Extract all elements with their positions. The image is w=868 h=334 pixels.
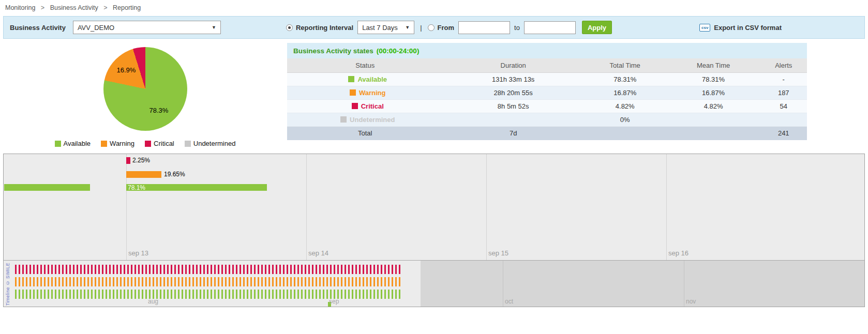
csv-file-icon: csv [699, 24, 710, 32]
export-csv-label: Export in CSV format [714, 24, 782, 32]
chevron-down-icon: ▼ [405, 25, 410, 30]
table-row-critical: Critical 8h 5m 52s 4.82% 4.82% 54 [287, 99, 807, 113]
page: Monitoring > Business Activity > Reporti… [0, 0, 868, 309]
reporting-interval-label: Reporting Interval [296, 24, 353, 32]
cell-alerts: 54 [760, 99, 807, 113]
timeline-date-label: sep 16 [668, 249, 689, 257]
from-date-input[interactable] [458, 21, 510, 34]
chevron-down-icon: ▼ [212, 25, 216, 30]
status-label: Undetermined [350, 116, 395, 124]
total-duration: 7d [443, 126, 583, 140]
timeline-date-label: sep 15 [488, 249, 508, 257]
col-header-duration: Duration [443, 58, 583, 72]
cell-mean-time: 78.31% [667, 72, 760, 86]
cell-alerts: 187 [760, 86, 807, 99]
custom-range-radio[interactable] [428, 24, 435, 31]
status-label: Critical [361, 102, 384, 110]
col-header-alerts: Alerts [760, 58, 807, 72]
total-alerts: 241 [760, 126, 807, 140]
cell-mean-time: 4.82% [667, 99, 760, 113]
cell-duration: 8h 5m 52s [443, 99, 583, 113]
legend-swatch-warning [101, 141, 107, 147]
cell-total-time: 78.31% [583, 72, 667, 86]
timeline-bar-warning[interactable] [126, 171, 161, 178]
timeline-day-gridline [306, 154, 307, 260]
legend-item-undetermined: Undetermined [185, 140, 236, 147]
status-color-swatch [340, 116, 347, 123]
breadcrumb-separator: > [103, 4, 107, 11]
table-row-undetermined: Undetermined 0% [287, 113, 807, 126]
status-color-swatch [350, 89, 356, 96]
from-label: From [438, 24, 455, 32]
business-activity-select[interactable]: AVV_DEMO ▼ [73, 21, 221, 34]
pie-chart [103, 47, 187, 131]
table-row-total: Total 7d 241 [287, 126, 807, 140]
business-activity-label: Business Activity [10, 24, 66, 32]
timeline-main-band[interactable]: 2.25% 19.65% 78.1% sep 13 sep 14 sep 15 … [4, 154, 864, 260]
cell-mean-time: 16.87% [667, 86, 760, 99]
table-header-row: Status Duration Total Time Mean Time Ale… [287, 58, 807, 72]
reporting-interval-radio[interactable] [286, 24, 293, 31]
timeline-month-gridline [684, 261, 684, 307]
timeline-month-gridline [503, 261, 503, 307]
timeline-ticks-available [15, 290, 401, 299]
legend-item-available: Available [55, 140, 91, 147]
reporting-interval-select[interactable]: Last 7 Days ▼ [357, 21, 414, 34]
col-header-status: Status [287, 58, 443, 72]
main-content: 16.9% 78.3% Available Warning Critical [3, 43, 865, 147]
legend-label: Warning [110, 140, 134, 147]
pie-panel: 16.9% 78.3% Available Warning Critical [3, 43, 287, 147]
timeline-bar-available-previous[interactable] [4, 184, 90, 191]
states-table-title: Business Activity states (00:00-24:00) [287, 43, 807, 58]
total-mean-time [667, 126, 760, 140]
cell-duration [443, 113, 583, 126]
timeline-day-gridline [486, 154, 487, 260]
cell-alerts [760, 113, 807, 126]
cell-duration: 131h 33m 13s [443, 72, 583, 86]
legend-label: Critical [154, 140, 174, 147]
timeline-bar-available[interactable]: 78.1% [126, 184, 267, 191]
to-label: to [514, 24, 520, 32]
timeline-credit: Timeline © SIMILE [5, 263, 10, 306]
pie-legend: Available Warning Critical Undetermined [55, 140, 236, 147]
states-table-panel: Business Activity states (00:00-24:00) S… [287, 43, 807, 147]
timeline-date-label: sep 14 [308, 249, 328, 257]
timeline-day-gridline [666, 154, 667, 260]
legend-item-critical: Critical [145, 140, 174, 147]
timeline-bar-critical[interactable] [126, 157, 130, 164]
legend-label: Undetermined [193, 140, 236, 147]
timeline-overview-band[interactable]: aug sep oct nov Timeline © SIMILE [4, 260, 864, 307]
toolbar: Business Activity AVV_DEMO ▼ Reporting I… [3, 16, 865, 39]
timeline-day-gridline [126, 154, 127, 260]
pie-label-available: 78.3% [149, 107, 169, 114]
cell-mean-time [667, 113, 760, 126]
status-color-swatch [348, 76, 354, 82]
business-activity-selected-value: AVV_DEMO [78, 24, 114, 32]
status-label: Warning [359, 89, 386, 97]
legend-label: Available [64, 140, 91, 147]
timeline-ticks-warning [15, 277, 401, 286]
col-header-mean-time: Mean Time [667, 58, 760, 72]
timeline-bar-label-available: 78.1% [128, 184, 145, 191]
timeline-month-label: nov [686, 298, 696, 305]
export-csv-button[interactable]: csv Export in CSV format [699, 24, 782, 32]
table-row-available: Available 131h 33m 13s 78.31% 78.31% - [287, 72, 807, 86]
legend-swatch-critical [145, 141, 151, 147]
timeline-month-label: sep [329, 298, 339, 305]
cell-total-time: 0% [583, 113, 667, 126]
legend-swatch-undetermined [185, 141, 191, 147]
breadcrumb-separator: > [41, 4, 44, 11]
cell-duration: 28h 20m 55s [443, 86, 583, 99]
breadcrumb-reporting: Reporting [113, 4, 141, 11]
status-label: Available [357, 75, 387, 83]
breadcrumb-monitoring[interactable]: Monitoring [5, 4, 35, 11]
reporting-interval-selected-value: Last 7 Days [362, 24, 398, 32]
apply-button[interactable]: Apply [582, 21, 612, 34]
breadcrumb-business-activity[interactable]: Business Activity [50, 4, 98, 11]
pie-label-warning: 16.9% [117, 66, 136, 74]
to-date-input[interactable] [524, 21, 576, 34]
timeline-widget: 2.25% 19.65% 78.1% sep 13 sep 14 sep 15 … [3, 154, 865, 307]
timeline-month-label: oct [505, 298, 513, 305]
col-header-total-time: Total Time [583, 58, 667, 72]
timeline-ticks-critical [15, 265, 401, 274]
